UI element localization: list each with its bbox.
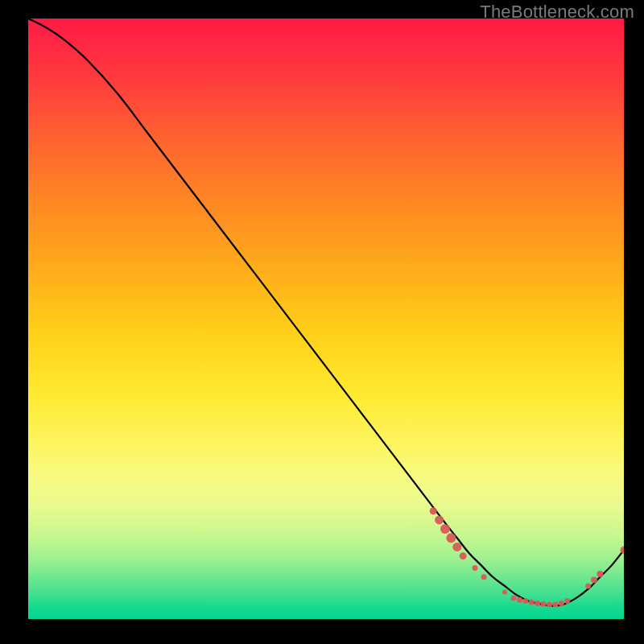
curve-layer xyxy=(28,19,624,619)
data-marker xyxy=(440,524,450,534)
data-marker xyxy=(541,601,547,607)
data-marker xyxy=(435,515,444,524)
data-marker xyxy=(502,589,507,594)
marker-group xyxy=(430,507,624,607)
data-marker xyxy=(522,598,528,604)
data-marker xyxy=(597,571,603,577)
data-marker xyxy=(585,583,591,588)
data-marker xyxy=(511,595,517,601)
data-marker xyxy=(452,543,461,551)
data-marker xyxy=(460,552,467,559)
data-marker xyxy=(552,602,558,608)
data-marker xyxy=(446,533,456,543)
data-marker xyxy=(535,601,540,606)
plot-area xyxy=(28,19,624,619)
data-marker xyxy=(547,602,552,608)
data-marker xyxy=(591,577,597,584)
data-marker xyxy=(621,547,625,554)
bottleneck-curve xyxy=(28,19,624,606)
data-marker xyxy=(473,565,478,571)
data-marker xyxy=(564,598,570,604)
data-marker xyxy=(559,601,564,606)
data-marker xyxy=(481,574,487,580)
data-marker xyxy=(529,600,535,605)
data-marker xyxy=(517,597,522,603)
data-marker xyxy=(430,507,437,514)
chart-stage: TheBottleneck.com xyxy=(0,0,644,644)
